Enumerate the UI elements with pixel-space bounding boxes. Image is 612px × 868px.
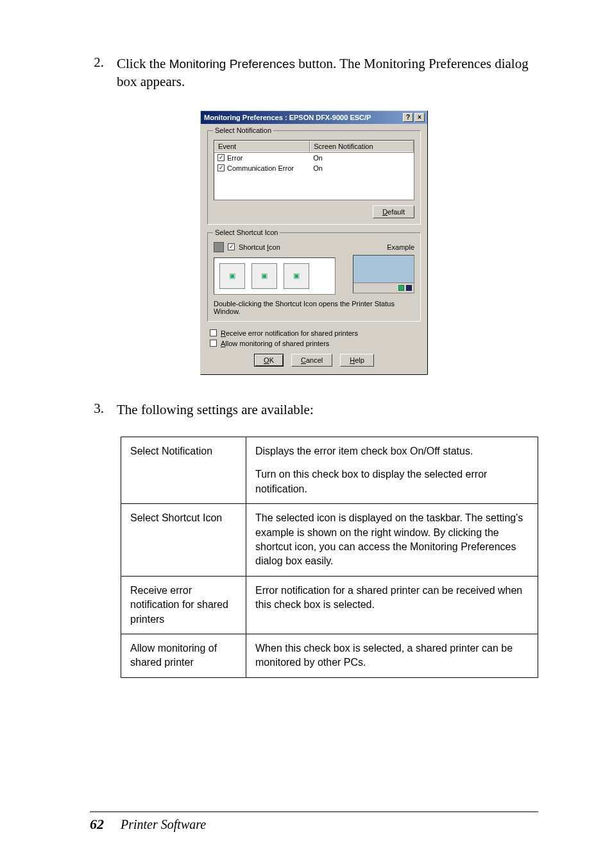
listview-header: Event Screen Notification — [214, 141, 414, 153]
ok-button[interactable]: OK — [254, 354, 284, 367]
table-row: Allow monitoring of shared printer When … — [121, 634, 538, 677]
step-text: Click the Monitoring Preferences button.… — [117, 55, 538, 91]
dialog-titlebar: Monitoring Preferences : EPSON DFX-9000 … — [201, 111, 427, 124]
allow-monitoring-checkbox[interactable] — [210, 340, 217, 347]
select-shortcut-legend: Select Shortcut Icon — [213, 229, 280, 236]
table-row: Select Notification Displays the error i… — [121, 437, 538, 504]
desc-p1: Displays the error item check box On/Off… — [255, 444, 529, 458]
event-status: On — [310, 164, 414, 173]
step-text: The following settings are available: — [117, 401, 314, 419]
col-event[interactable]: Event — [214, 141, 310, 152]
dialog-title: Monitoring Preferences : EPSON DFX-9000 … — [204, 114, 371, 121]
event-status: On — [310, 153, 414, 162]
printer-icon — [214, 242, 224, 252]
monitoring-preferences-dialog: Monitoring Preferences : EPSON DFX-9000 … — [200, 110, 428, 375]
default-button[interactable]: Default — [373, 205, 414, 218]
ok-u: O — [264, 356, 269, 364]
sc-post: con — [269, 243, 280, 251]
list-item[interactable]: ✓Error On — [214, 153, 414, 163]
receive-error-row: Receive error notification for shared pr… — [210, 329, 421, 337]
shortcut-icon-option-2[interactable]: ▣ — [251, 263, 277, 289]
checkbox-icon[interactable]: ✓ — [217, 164, 225, 171]
checkbox-icon[interactable]: ✓ — [217, 154, 225, 161]
help-button[interactable]: Help — [340, 354, 374, 367]
al-rest: llow monitoring of shared printers — [225, 340, 329, 347]
step-2: 2. Click the Monitoring Preferences butt… — [90, 55, 538, 91]
notification-listview[interactable]: Event Screen Notification ✓Error On ✓Com… — [214, 140, 414, 200]
event-name: Communication Error — [227, 164, 294, 172]
sc-pre: Shortcut — [239, 243, 267, 251]
he-u: H — [350, 356, 355, 364]
select-notification-group: Select Notification Event Screen Notific… — [207, 130, 421, 225]
shortcut-icon-options: ▣ ▣ ▣ — [214, 257, 336, 295]
step-number: 3. — [90, 401, 104, 417]
setting-label: Select Shortcut Icon — [121, 504, 246, 577]
shortcut-icon-checkbox[interactable]: ✓ — [228, 243, 235, 250]
ok-rest: K — [269, 356, 274, 364]
shortcut-icon-option-3[interactable]: ▣ — [284, 263, 309, 289]
shortcut-icon-option-1[interactable]: ▣ — [219, 263, 245, 289]
ca-u: C — [301, 356, 306, 364]
example-preview — [353, 255, 414, 293]
allow-monitoring-label: Allow monitoring of shared printers — [221, 340, 329, 347]
desc-p2: Turn on this check box to display the se… — [255, 467, 529, 496]
select-notification-legend: Select Notification — [213, 126, 273, 134]
settings-table: Select Notification Displays the error i… — [121, 437, 538, 678]
footer-title: Printer Software — [121, 817, 206, 832]
step2-pre: Click the — [117, 56, 169, 71]
receive-error-checkbox[interactable] — [210, 329, 217, 336]
table-row: Select Shortcut Icon The selected icon i… — [121, 504, 538, 577]
setting-label: Select Notification — [121, 437, 246, 504]
re-rest: eceive error notification for shared pri… — [226, 329, 358, 337]
setting-desc: The selected icon is displayed on the ta… — [246, 504, 538, 577]
dialog-screenshot: Monitoring Preferences : EPSON DFX-9000 … — [200, 110, 428, 375]
col-notification[interactable]: Screen Notification — [310, 141, 414, 152]
titlebar-buttons: ? × — [403, 113, 425, 122]
table-row: Receive error notification for shared pr… — [121, 576, 538, 634]
re-u: R — [221, 329, 226, 337]
cancel-button[interactable]: Cancel — [291, 354, 332, 367]
step-3: 3. The following settings are available: — [90, 401, 538, 419]
example-tray — [353, 282, 414, 293]
dialog-body: Select Notification Event Screen Notific… — [201, 124, 427, 374]
list-item[interactable]: ✓Communication Error On — [214, 163, 414, 173]
example-label: Example — [387, 243, 414, 251]
default-u: D — [382, 208, 387, 216]
page-number: 62 — [90, 816, 104, 833]
ca-rest: ancel — [306, 356, 323, 364]
page-footer: 62 Printer Software — [90, 812, 538, 833]
event-name: Error — [227, 154, 242, 162]
setting-label: Receive error notification for shared pr… — [121, 576, 246, 634]
setting-label: Allow monitoring of shared printer — [121, 634, 246, 677]
step2-button-name: Monitoring Preferences — [169, 57, 295, 71]
titlebar-close-button[interactable]: × — [414, 113, 425, 122]
he-rest: elp — [355, 356, 364, 364]
dialog-buttons: OK Cancel Help — [207, 354, 421, 367]
allow-monitoring-row: Allow monitoring of shared printers — [210, 340, 421, 347]
shortcut-icon-label: Shortcut Icon — [239, 243, 280, 251]
setting-desc: Displays the error item check box On/Off… — [246, 437, 538, 504]
setting-desc: When this check box is selected, a share… — [246, 634, 538, 677]
tray-icon — [398, 285, 404, 291]
setting-desc: Error notification for a shared printer … — [246, 576, 538, 634]
step-number: 2. — [90, 55, 104, 71]
shortcut-hint: Double-clicking the Shortcut Icon opens … — [214, 300, 414, 315]
tray-icon — [406, 285, 412, 291]
receive-error-label: Receive error notification for shared pr… — [221, 329, 358, 337]
titlebar-help-button[interactable]: ? — [403, 113, 413, 122]
default-rest: efault — [387, 208, 405, 216]
select-shortcut-icon-group: Select Shortcut Icon ✓ Shortcut Icon Exa… — [207, 232, 421, 322]
